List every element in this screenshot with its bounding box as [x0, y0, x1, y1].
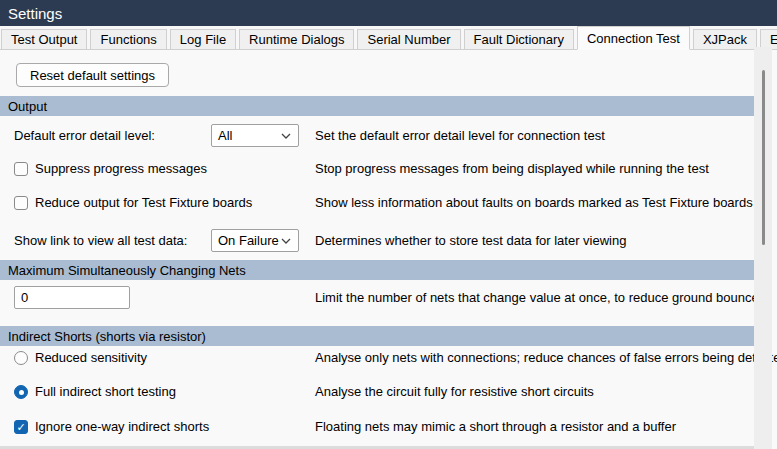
- default-error-detail-level-value: All: [218, 128, 280, 143]
- row-default-error-detail-level: Default error detail level: All Set the …: [14, 124, 749, 148]
- tab-xjpack[interactable]: XJPack: [693, 29, 757, 49]
- tab-external-hardware[interactable]: External Hardware: [760, 29, 777, 49]
- settings-window: Settings Test Output Functions Log File …: [0, 0, 777, 449]
- row-max-changing-nets: Limit the number of nets that change val…: [14, 286, 749, 310]
- row-ignore-one-way-indirect-shorts: ✓ Ignore one-way indirect shorts Floatin…: [14, 415, 749, 439]
- max-changing-nets-input[interactable]: [14, 286, 130, 309]
- reduced-sensitivity-radio[interactable]: [14, 351, 28, 365]
- reset-default-settings-button[interactable]: Reset default settings: [16, 63, 169, 87]
- reduced-sensitivity-description: Analyse only nets with connections; redu…: [315, 346, 777, 370]
- suppress-progress-messages-checkbox[interactable]: [14, 162, 28, 176]
- ignore-one-way-indirect-shorts-description: Floating nets may mimic a short through …: [315, 415, 676, 439]
- suppress-progress-messages-label: Suppress progress messages: [35, 157, 207, 181]
- suppress-progress-messages-description: Stop progress messages from being displa…: [315, 157, 709, 181]
- row-reduce-output-test-fixture: Reduce output for Test Fixture boards Sh…: [14, 191, 749, 215]
- default-error-detail-level-label: Default error detail level:: [14, 124, 155, 148]
- section-header-max-changing-nets: Maximum Simultaneously Changing Nets: [0, 260, 756, 280]
- vertical-scrollbar[interactable]: [754, 47, 772, 449]
- reduce-output-test-fixture-label: Reduce output for Test Fixture boards: [35, 191, 252, 215]
- row-show-link-view-test-data: Show link to view all test data: On Fail…: [14, 229, 749, 253]
- scrollbar-thumb[interactable]: [762, 70, 765, 245]
- tab-connection-test[interactable]: Connection Test: [577, 26, 690, 50]
- default-error-detail-level-select[interactable]: All: [211, 124, 299, 147]
- tab-runtime-dialogs[interactable]: Runtime Dialogs: [239, 29, 354, 49]
- row-full-indirect-short-testing: Full indirect short testing Analyse the …: [14, 380, 749, 404]
- reduce-output-test-fixture-description: Show less information about faults on bo…: [315, 191, 753, 215]
- reduced-sensitivity-label: Reduced sensitivity: [35, 346, 147, 370]
- title-bar: Settings: [0, 0, 777, 26]
- tab-fault-dictionary[interactable]: Fault Dictionary: [464, 29, 574, 49]
- default-error-detail-level-description: Set the default error detail level for c…: [315, 124, 605, 148]
- tab-log-file[interactable]: Log File: [170, 29, 236, 49]
- ignore-one-way-indirect-shorts-checkbox[interactable]: ✓: [14, 420, 28, 434]
- reduce-output-test-fixture-checkbox[interactable]: [14, 196, 28, 210]
- show-link-view-test-data-value: On Failure: [218, 233, 280, 248]
- row-reduced-sensitivity: Reduced sensitivity Analyse only nets wi…: [14, 346, 749, 370]
- show-link-view-test-data-select[interactable]: On Failure: [211, 229, 299, 252]
- tab-strip: Test Output Functions Log File Runtime D…: [0, 26, 777, 50]
- tab-panel-connection-test: Reset default settings Output Default er…: [0, 50, 777, 449]
- ignore-one-way-indirect-shorts-label: Ignore one-way indirect shorts: [35, 415, 209, 439]
- show-link-view-test-data-description: Determines whether to store test data fo…: [315, 229, 626, 253]
- section-header-output: Output: [0, 96, 756, 116]
- chevron-down-icon: [280, 235, 292, 247]
- tab-serial-number[interactable]: Serial Number: [357, 29, 460, 49]
- show-link-view-test-data-label: Show link to view all test data:: [14, 229, 187, 253]
- chevron-down-icon: [280, 130, 292, 142]
- tab-functions[interactable]: Functions: [90, 29, 166, 49]
- full-indirect-short-testing-radio[interactable]: [14, 385, 28, 399]
- row-suppress-progress-messages: Suppress progress messages Stop progress…: [14, 157, 749, 181]
- section-header-indirect-shorts: Indirect Shorts (shorts via resistor): [0, 326, 756, 346]
- window-title: Settings: [8, 5, 62, 22]
- full-indirect-short-testing-description: Analyse the circuit fully for resistive …: [315, 380, 594, 404]
- tab-test-output[interactable]: Test Output: [1, 29, 87, 49]
- max-changing-nets-description: Limit the number of nets that change val…: [315, 286, 759, 310]
- full-indirect-short-testing-label: Full indirect short testing: [35, 380, 176, 404]
